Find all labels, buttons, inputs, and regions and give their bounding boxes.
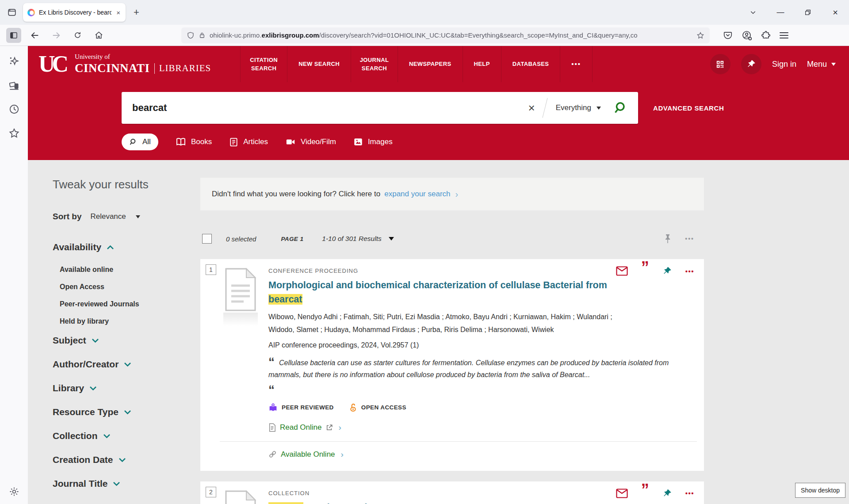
- facet-option-held-by-library[interactable]: Held by library: [60, 317, 185, 325]
- tab-close-icon[interactable]: ×: [115, 9, 121, 16]
- nav-new-search[interactable]: NEW SEARCH: [287, 46, 351, 82]
- search-input[interactable]: [132, 102, 520, 114]
- result-authors[interactable]: Wibowo, Nendyo Adhi ; Fatimah, Siti; Put…: [268, 310, 635, 336]
- list-all-tabs-chevron-icon[interactable]: [739, 4, 767, 21]
- sidebar-toggle-icon[interactable]: [6, 28, 21, 43]
- selected-count: 0 selected: [226, 235, 256, 243]
- nav-help[interactable]: HELP: [463, 46, 501, 82]
- email-action-icon[interactable]: [616, 266, 628, 276]
- facet-option-open-access[interactable]: Open Access: [60, 283, 185, 291]
- nav-newspapers[interactable]: NEWSPAPERS: [398, 46, 463, 82]
- show-desktop-tooltip[interactable]: Show desktop: [795, 483, 845, 498]
- lock-icon[interactable]: [199, 32, 206, 39]
- synced-tabs-icon[interactable]: [8, 80, 20, 91]
- browser-tab[interactable]: Ex Libris Discovery - bearcat ×: [23, 3, 126, 22]
- filter-all[interactable]: All: [122, 134, 158, 150]
- filter-video-film[interactable]: Video/Film: [285, 134, 336, 150]
- reload-button[interactable]: [70, 28, 85, 43]
- title-text: Bands records, 1954-1996: [303, 502, 423, 504]
- search-box[interactable]: × Everything: [122, 92, 638, 124]
- menu-hamburger-icon[interactable]: [780, 31, 788, 40]
- more-actions-icon[interactable]: •••: [685, 267, 694, 275]
- facet-option-peer-reviewed[interactable]: Peer-reviewed Journals: [60, 300, 185, 308]
- result-actions: ” •••: [616, 489, 694, 498]
- filter-books[interactable]: Books: [175, 134, 212, 150]
- forward-button[interactable]: [49, 28, 64, 43]
- pocket-icon[interactable]: [723, 31, 733, 40]
- uc-libraries-logo[interactable]: UC University of CINCINNATI LIBRARIES: [38, 46, 211, 82]
- facet-resource-type[interactable]: Resource Type: [53, 407, 185, 417]
- pin-results-icon[interactable]: [664, 233, 672, 244]
- citation-action-icon[interactable]: ”: [641, 490, 649, 497]
- scope-dropdown[interactable]: Everything: [547, 103, 610, 112]
- nav-databases[interactable]: DATABASES: [501, 46, 560, 82]
- result-item-1[interactable]: 1 CONFERENCE PROCEEDING Morphological an…: [200, 259, 704, 471]
- pinned-items-button[interactable]: [741, 54, 761, 74]
- account-icon[interactable]: [742, 30, 752, 41]
- read-online-row[interactable]: Read Online ›: [268, 423, 697, 432]
- chevron-down-icon: [103, 434, 111, 439]
- history-clock-icon[interactable]: [8, 103, 20, 115]
- qr-code-button[interactable]: [710, 54, 730, 74]
- facet-library[interactable]: Library: [53, 383, 185, 393]
- filter-articles[interactable]: Articles: [229, 134, 268, 150]
- document-thumbnail: [223, 264, 260, 461]
- email-action-icon[interactable]: [616, 489, 628, 498]
- extensions-puzzle-icon[interactable]: [761, 31, 771, 40]
- bookmark-star-icon[interactable]: [696, 31, 704, 39]
- facet-creation-date[interactable]: Creation Date: [53, 454, 185, 465]
- select-all-checkbox[interactable]: [202, 234, 212, 244]
- nav-citation-search[interactable]: CITATION SEARCH: [240, 46, 287, 82]
- facet-subject[interactable]: Subject: [53, 335, 185, 346]
- facet-author-creator[interactable]: Author/Creator: [53, 359, 185, 370]
- expand-search-link[interactable]: expand your search: [384, 190, 450, 199]
- sort-by-value[interactable]: Relevance: [90, 212, 140, 221]
- page-indicator: PAGE 1: [281, 236, 303, 242]
- url-bar[interactable]: ohiolink-uc.primo.exlibrisgroup.com/disc…: [181, 27, 710, 43]
- tracking-shield-icon[interactable]: [187, 31, 195, 39]
- home-button[interactable]: [91, 28, 106, 43]
- minimize-button[interactable]: —: [767, 4, 794, 21]
- back-button[interactable]: [27, 28, 42, 43]
- result-source: AIP conference proceedings, 2024, Vol.29…: [268, 340, 697, 351]
- citation-action-icon[interactable]: ”: [641, 267, 649, 275]
- filter-images[interactable]: Images: [353, 134, 393, 150]
- settings-gear-icon[interactable]: [9, 486, 19, 497]
- facet-collection[interactable]: Collection: [53, 431, 185, 441]
- close-window-button[interactable]: ×: [822, 4, 849, 21]
- results-more-icon[interactable]: •••: [685, 235, 694, 242]
- available-online-row[interactable]: Available Online ›: [268, 450, 697, 459]
- facet-journal-title[interactable]: Journal Title: [53, 478, 185, 489]
- ai-chat-sparkle-icon[interactable]: [8, 56, 20, 67]
- facet-library-label: Library: [53, 383, 84, 393]
- sign-in-button[interactable]: Sign in: [772, 60, 796, 69]
- more-actions-icon[interactable]: •••: [685, 489, 694, 497]
- pin-action-icon[interactable]: [662, 266, 672, 276]
- available-online-link[interactable]: Available Online: [281, 450, 335, 459]
- nav-more-ellipsis[interactable]: •••: [560, 46, 593, 82]
- open-access-badge: OPEN ACCESS: [349, 403, 406, 412]
- firefox-view-icon[interactable]: [7, 8, 17, 17]
- restore-button[interactable]: [794, 4, 822, 21]
- pin-action-icon[interactable]: [662, 489, 672, 498]
- nav-journal-search[interactable]: JOURNAL SEARCH: [351, 46, 398, 82]
- results-range-caret-icon[interactable]: [389, 237, 394, 241]
- new-tab-button[interactable]: +: [134, 7, 139, 18]
- scope-value: Everything: [556, 103, 591, 112]
- result-title-link[interactable]: Bearcat Bands records, 1954-1996: [268, 500, 618, 504]
- bookmarks-star-icon[interactable]: [8, 127, 20, 139]
- facet-language[interactable]: Language: [53, 502, 185, 504]
- sort-by-control[interactable]: Sort by Relevance: [53, 212, 185, 221]
- menu-label: Menu: [807, 60, 827, 69]
- facet-option-available-online[interactable]: Available online: [60, 266, 185, 274]
- availability-options: Available online Open Access Peer-review…: [60, 266, 185, 325]
- search-submit-button[interactable]: [610, 100, 638, 116]
- clear-search-icon[interactable]: ×: [520, 101, 543, 115]
- result-item-2[interactable]: 2 COLLECTION Bearcat Bands records, 1954…: [200, 481, 704, 504]
- facet-availability[interactable]: Availability: [53, 242, 185, 252]
- advanced-search-link[interactable]: ADVANCED SEARCH: [653, 104, 724, 112]
- menu-button[interactable]: Menu: [807, 60, 836, 69]
- result-title-link[interactable]: Morphological and biochemical characteri…: [268, 278, 618, 307]
- read-online-link[interactable]: Read Online: [280, 423, 322, 432]
- results-range: 1-10 of 301 Results: [322, 235, 381, 243]
